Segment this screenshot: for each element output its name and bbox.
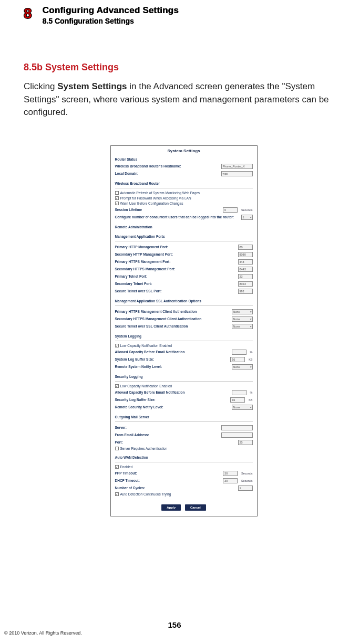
lowcap-checkbox[interactable] (115, 344, 119, 347)
header-text: Configuring Advanced Settings 8.5 Config… (43, 5, 179, 25)
port-label: Primary HTTP Management Port: (115, 245, 236, 249)
server-input[interactable] (221, 425, 253, 430)
prompt-password-checkbox[interactable] (115, 196, 119, 200)
continuous-checkbox[interactable] (115, 492, 119, 496)
port-row: Port:25 (115, 439, 253, 446)
domain-row: Local Domain: type (115, 170, 253, 177)
auto-wan-section: Auto WAN Detection Enabled PPP Timeout:3… (111, 455, 257, 500)
buffer-label: Security Log Buffer Size: (115, 398, 229, 402)
wbr-section: Wireless Broadband Router Automatic Refr… (111, 181, 257, 224)
checkbox-label: Prompt for Password When Accessing via L… (120, 196, 191, 200)
server-label: Server: (115, 426, 219, 429)
capacity-row: Allowed Capacity Before Email Notificati… (115, 389, 253, 396)
cancel-button[interactable]: Cancel (185, 504, 206, 511)
section-heading: Wireless Broadband Router (115, 181, 253, 187)
prompt-password-row: Prompt for Password When Accessing via L… (115, 196, 253, 201)
domain-label: Local Domain: (115, 172, 219, 175)
capacity-label: Allowed Capacity Before Email Notificati… (115, 390, 230, 394)
buffer-row: Security Log Buffer Size:16KB (115, 396, 253, 404)
mgmt-ports-section: Management Application Ports Primary HTT… (111, 234, 257, 298)
port-input[interactable]: 23 (238, 274, 253, 279)
capacity-input[interactable] (232, 350, 247, 355)
unit-label: KB (247, 398, 252, 402)
port-input[interactable]: 8023 (238, 281, 253, 287)
users-select[interactable]: 1 (241, 215, 253, 220)
port-input[interactable]: 80 (238, 245, 253, 250)
ppp-input[interactable]: 30 (223, 471, 238, 476)
unit-label: Seconds (240, 208, 252, 212)
auth-label: Secure Telnet over SSL Client Authentica… (115, 324, 230, 328)
unit-label: Seconds (240, 472, 252, 475)
port-row: Secure Telnet over SSL Port:992 (115, 288, 253, 295)
hostname-label: Wireless Broadband Router's Hostname: (115, 164, 219, 168)
auto-refresh-checkbox[interactable] (115, 191, 119, 195)
notify-row: Remote System Notify Level:None (115, 363, 253, 371)
cycles-input[interactable]: 1 (238, 485, 253, 491)
security-logging-section: Security Logging Low Capacity Notificati… (111, 374, 257, 414)
notify-label: Remote System Notify Level: (115, 365, 230, 368)
users-label: Configure number of concurrent users tha… (115, 215, 239, 219)
apply-button[interactable]: Apply (161, 504, 181, 511)
port-input[interactable]: 992 (238, 289, 253, 294)
port-label: Secure Telnet over SSL Port: (115, 289, 236, 293)
session-input[interactable]: 0 (223, 207, 238, 213)
port-label: Port: (115, 440, 236, 444)
intro-paragraph: Clicking System Settings in the Advanced… (24, 80, 344, 119)
copyright-notice: © 2010 Verizon. All Rights Reserved. (4, 630, 82, 636)
lowcap-checkbox[interactable] (115, 384, 119, 388)
port-row: Secondary HTTP Management Port:8080 (115, 251, 253, 258)
port-row: Primary HTTP Management Port:80 (115, 244, 253, 251)
port-label: Primary Telnet Port: (115, 275, 236, 278)
auth-label: Secondary HTTPS Management Client Authen… (115, 317, 230, 321)
router-status-section: Router Status Wireless Broadband Router'… (111, 156, 257, 181)
dhcp-input[interactable]: 30 (223, 478, 238, 483)
auth-select[interactable]: None (232, 316, 253, 322)
section-heading: Router Status (115, 156, 253, 163)
auto-refresh-row: Automatic Refresh of System Monitoring W… (115, 191, 253, 196)
dhcp-label: DHCP Timeout: (115, 479, 221, 482)
remote-admin-section: Remote Administration (111, 224, 257, 234)
from-input[interactable] (221, 432, 253, 438)
port-input[interactable]: 443 (238, 259, 253, 265)
server-row: Server: (115, 424, 253, 431)
notify-select[interactable]: None (232, 364, 253, 369)
auth-checkbox[interactable] (115, 447, 119, 450)
section-heading: Management Application SSL Authenticatio… (115, 298, 253, 304)
buffer-label: System Log Buffer Size: (115, 357, 229, 361)
auth-select[interactable]: None (232, 324, 253, 329)
warn-user-checkbox[interactable] (115, 202, 119, 205)
checkbox-label: Automatic Refresh of System Monitoring W… (120, 191, 200, 195)
ppp-row: PPP Timeout:30Seconds (115, 470, 253, 477)
auth-row: Secure Telnet over SSL Client Authentica… (115, 323, 253, 330)
checkbox-label: Low Capacity Notification Enabled (120, 344, 172, 347)
checkbox-label: Warn User Before Configuration Changes (120, 202, 183, 205)
figure-title: System Settings (111, 146, 257, 156)
notify-row: Remote Security Notify Level:None (115, 404, 253, 411)
port-label: Secondary HTTP Management Port: (115, 252, 236, 256)
unit-label: % (249, 351, 253, 354)
auth-row: Primary HTTPS Management Client Authenti… (115, 308, 253, 315)
section-title: 8.5 Configuration Settings (43, 17, 179, 25)
port-input[interactable]: 8080 (238, 252, 253, 257)
hostname-input[interactable]: Phone_Router_X (221, 164, 253, 169)
notify-select[interactable]: None (232, 405, 253, 410)
chapter-number: 8 (24, 6, 32, 21)
auth-row: Secondary HTTPS Management Client Authen… (115, 315, 253, 323)
para-bold: System Settings (57, 81, 127, 91)
cycles-row: Number of Cycles:1 (115, 484, 253, 492)
enabled-checkbox[interactable] (115, 465, 119, 469)
checkbox-label: Auto Detection Continuous Trying (120, 492, 171, 496)
port-row: Primary Telnet Port:23 (115, 273, 253, 280)
auth-select[interactable]: None (232, 309, 253, 314)
buffer-input[interactable]: 16 (230, 397, 245, 403)
unit-label: % (249, 391, 253, 394)
port-input[interactable]: 8443 (238, 267, 253, 272)
buffer-input[interactable]: 16 (230, 357, 245, 362)
lowcap-row: Low Capacity Notification Enabled (115, 384, 253, 389)
section-heading: Management Application Ports (115, 234, 253, 240)
port-input[interactable]: 25 (238, 440, 253, 445)
domain-input[interactable]: type (221, 171, 253, 176)
session-label: Session Lifetime (115, 208, 221, 212)
system-logging-section: System Logging Low Capacity Notification… (111, 333, 257, 374)
capacity-input[interactable] (232, 390, 247, 395)
